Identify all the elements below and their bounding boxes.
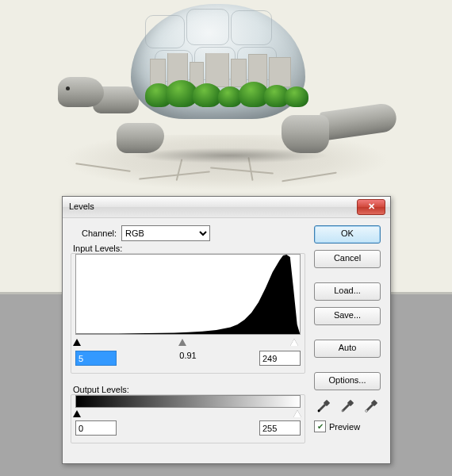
output-levels-label: Output Levels: [71,385,132,394]
preview-label: Preview [329,422,360,432]
eyedropper-gray-icon[interactable] [339,397,355,413]
svg-point-5 [366,410,368,413]
cancel-button[interactable]: Cancel [314,250,381,268]
input-levels-label: Input Levels: [71,244,124,253]
input-slider-track[interactable] [75,339,301,347]
input-mid-value: 0.91 [168,351,208,366]
output-white-slider[interactable] [293,410,301,417]
artwork-hind-leg [282,115,329,153]
artwork-eye [66,86,70,90]
input-black-field[interactable] [75,351,117,366]
output-slider-track[interactable] [75,410,301,418]
preview-checkbox[interactable]: ✔ [314,420,326,432]
artwork-trees [145,77,308,107]
dialog-side-buttons: OK Cancel Load... Save... Auto Options..… [314,225,382,432]
options-button[interactable]: Options... [314,372,381,390]
svg-point-1 [318,410,320,413]
levels-main-pane: Channel: RGB Input Levels: [71,225,305,455]
levels-dialog: Levels ✕ Channel: RGB Input Levels: [62,196,391,464]
eyedropper-white-icon[interactable] [363,397,379,413]
artwork-tortoise-composite [44,4,408,190]
channel-label: Channel: [82,228,117,238]
dialog-titlebar[interactable]: Levels ✕ [63,197,390,218]
input-black-slider[interactable] [73,339,81,346]
auto-button[interactable]: Auto [314,340,381,358]
channel-select[interactable]: RGB [121,225,210,241]
close-button[interactable]: ✕ [357,199,385,215]
eyedropper-black-icon[interactable] [316,397,331,413]
close-icon: ✕ [368,202,375,211]
svg-point-3 [342,410,344,413]
artwork-head [58,77,104,107]
artwork-front-leg [117,123,164,153]
input-mid-slider[interactable] [178,339,186,346]
dialog-title: Levels [69,202,94,211]
input-white-field[interactable] [259,351,301,366]
output-white-field[interactable] [259,420,301,436]
output-black-field[interactable] [75,420,117,436]
ok-button[interactable]: OK [314,225,381,244]
save-button[interactable]: Save... [314,307,381,325]
output-gradient [75,395,301,408]
load-button[interactable]: Load... [314,282,381,301]
histogram [75,254,301,335]
input-white-slider[interactable] [290,339,298,346]
output-black-slider[interactable] [73,410,81,417]
